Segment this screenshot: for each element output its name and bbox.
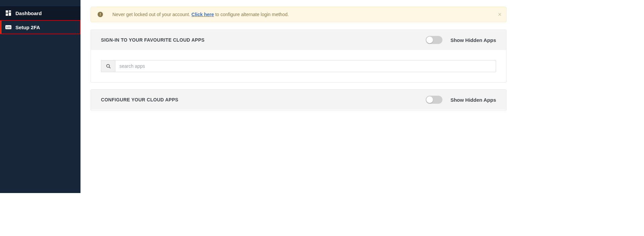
sidebar-item-label: Dashboard bbox=[15, 10, 42, 16]
panel-body bbox=[91, 110, 506, 110]
alert-link[interactable]: Click here bbox=[192, 12, 214, 17]
main-content: ! Never get locked out of your account. … bbox=[80, 0, 517, 193]
svg-rect-3 bbox=[6, 13, 8, 16]
alert-banner: ! Never get locked out of your account. … bbox=[91, 7, 506, 22]
close-icon[interactable]: × bbox=[498, 11, 501, 17]
panel-title: SIGN-IN TO YOUR FAVOURITE CLOUD APPS bbox=[101, 37, 205, 43]
svg-rect-2 bbox=[9, 12, 11, 16]
search-apps bbox=[101, 60, 496, 72]
panel-header: CONFIGURE YOUR CLOUD APPS Show Hidden Ap… bbox=[91, 90, 506, 110]
sidebar-header-spacer bbox=[0, 0, 80, 6]
panel-title: CONFIGURE YOUR CLOUD APPS bbox=[101, 97, 178, 102]
dashboard-icon bbox=[5, 10, 11, 16]
toggle-knob bbox=[426, 96, 433, 103]
svg-line-5 bbox=[109, 67, 110, 68]
alert-text: Never get locked out of your account. Cl… bbox=[112, 12, 289, 17]
info-icon: ! bbox=[98, 12, 103, 17]
panel-body bbox=[91, 50, 506, 82]
svg-rect-1 bbox=[9, 10, 11, 12]
otp-badge-icon: 123 bbox=[5, 24, 11, 30]
panel-signin-cloud-apps: SIGN-IN TO YOUR FAVOURITE CLOUD APPS Sho… bbox=[91, 30, 506, 83]
svg-rect-0 bbox=[6, 10, 8, 13]
sidebar-item-label: Setup 2FA bbox=[15, 25, 40, 30]
search-input[interactable] bbox=[115, 60, 496, 72]
sidebar: Dashboard 123 Setup 2FA bbox=[0, 0, 80, 193]
toggle-label: Show Hidden Apps bbox=[450, 97, 496, 103]
toggle-label: Show Hidden Apps bbox=[450, 37, 496, 43]
svg-point-4 bbox=[106, 64, 109, 67]
toggle-show-hidden-apps-configure[interactable] bbox=[426, 96, 442, 104]
panel-header: SIGN-IN TO YOUR FAVOURITE CLOUD APPS Sho… bbox=[91, 30, 506, 50]
sidebar-item-dashboard[interactable]: Dashboard bbox=[0, 6, 80, 20]
toggle-show-hidden-apps-signin[interactable] bbox=[426, 36, 442, 44]
search-icon bbox=[101, 60, 115, 72]
toggle-knob bbox=[426, 37, 433, 43]
panel-header-actions: Show Hidden Apps bbox=[426, 96, 496, 104]
panel-configure-cloud-apps: CONFIGURE YOUR CLOUD APPS Show Hidden Ap… bbox=[91, 89, 506, 111]
sidebar-item-setup-2fa[interactable]: 123 Setup 2FA bbox=[0, 20, 80, 34]
panel-header-actions: Show Hidden Apps bbox=[426, 36, 496, 44]
